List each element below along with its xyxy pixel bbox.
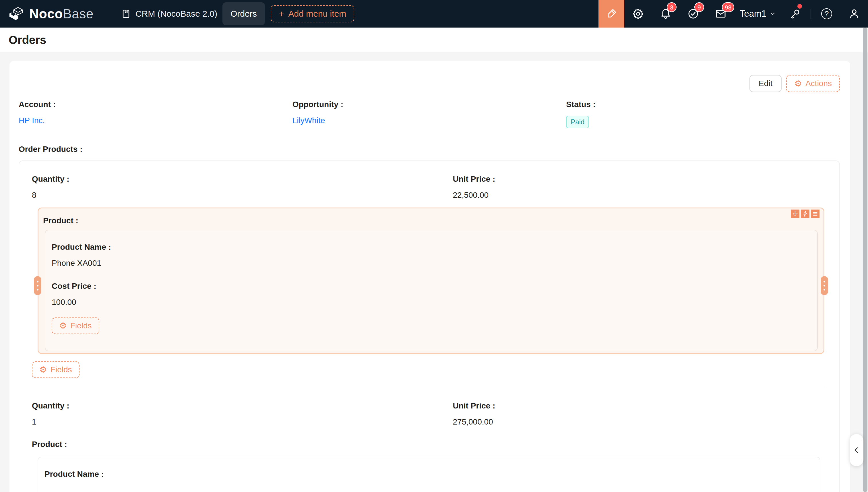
block-resize-handle-right[interactable] (821, 276, 828, 295)
fields-configure-button[interactable]: ⚙ Fields (52, 318, 99, 334)
field-label: Opportunity : (293, 100, 566, 109)
gear-icon (633, 8, 644, 20)
highlighter-icon (605, 8, 617, 20)
user-icon (848, 8, 860, 20)
order-item-row: Quantity : 8 Unit Price : 22,500.00 (32, 174, 826, 200)
quantity-field: Quantity : 8 (32, 174, 453, 200)
field-status: Status : Paid (566, 100, 840, 128)
block-settings-button[interactable] (811, 210, 819, 218)
field-label: Account : (19, 100, 293, 109)
vertical-scrollbar[interactable] (863, 28, 867, 492)
team-label: Team1 (740, 8, 766, 19)
fields-configure-button[interactable]: ⚙ Fields (32, 361, 79, 378)
product-block-selected[interactable]: Product : (38, 207, 824, 354)
nocobase-logo-icon (8, 6, 25, 21)
order-products-card: Quantity : 8 Unit Price : 22,500.00 Prod… (19, 161, 840, 492)
unit-price-value: 22,500.00 (453, 190, 826, 200)
status-badge: Paid (566, 116, 589, 128)
move-icon (792, 211, 798, 217)
quantity-field: Quantity : 1 (32, 401, 453, 427)
cost-price-value: 100.00 (52, 297, 817, 307)
field-opportunity: Opportunity : LilyWhite (293, 100, 566, 128)
page-header: Orders (0, 28, 868, 52)
gear-icon: ⚙ (794, 79, 802, 88)
page-bookmark-icon (121, 8, 131, 19)
card-actions: Edit ⚙ Actions (19, 75, 840, 92)
unit-price-field: Unit Price : 22,500.00 (453, 174, 826, 200)
block-events-button[interactable] (801, 210, 810, 218)
product-label: Product : (43, 216, 823, 226)
add-menu-item-button[interactable]: + Add menu item (271, 5, 354, 22)
actions-button[interactable]: ⚙ Actions (786, 75, 840, 92)
ui-editor-button[interactable] (598, 0, 624, 28)
gear-icon: ⚙ (59, 321, 67, 330)
quantity-value: 1 (32, 417, 453, 427)
collapse-panel-button[interactable] (850, 434, 863, 466)
page-content: Edit ⚙ Actions Account : HP Inc. Opportu… (0, 52, 868, 492)
navbar-divider (811, 9, 811, 19)
edit-button[interactable]: Edit (749, 75, 782, 92)
chevron-left-icon (852, 446, 861, 454)
navbar: NocoBase CRM (NocoBase 2.0) Orders + Add… (0, 0, 868, 28)
messages-badge: 98 (722, 2, 734, 12)
tasks-button[interactable]: 9 (679, 0, 707, 28)
logo-wordmark: NocoBase (29, 6, 94, 22)
field-label: Status : (566, 100, 840, 109)
plus-icon: + (279, 9, 284, 19)
tab-orders[interactable]: Orders (222, 2, 265, 25)
navbar-right: 3 9 98 Team1 (598, 0, 868, 28)
unit-price-field: Unit Price : 275,000.00 (453, 401, 826, 427)
order-products-label: Order Products : (19, 144, 840, 154)
workspace-label: CRM (NocoBase 2.0) (135, 9, 217, 19)
api-keys-button[interactable] (781, 0, 809, 28)
messages-button[interactable]: 98 (707, 0, 735, 28)
opportunity-link[interactable]: LilyWhite (293, 116, 325, 125)
question-circle-icon: ? (821, 8, 832, 19)
page-title: Orders (8, 33, 46, 47)
product-detail-card: Product Name : Phone XA001 Cost Price : … (45, 230, 818, 351)
user-button[interactable] (840, 0, 868, 28)
menu-icon (812, 211, 818, 217)
order-item-row: Quantity : 1 Unit Price : 275,000.00 (32, 401, 826, 427)
key-icon (789, 8, 801, 20)
tasks-badge: 9 (694, 2, 704, 12)
key-dot-badge (797, 4, 802, 8)
product-label: Product : (32, 440, 826, 449)
workspace-menu-item[interactable]: CRM (NocoBase 2.0) (121, 8, 217, 19)
drag-block-button[interactable] (791, 210, 799, 218)
navbar-left: NocoBase CRM (NocoBase 2.0) Orders + Add… (0, 0, 354, 28)
settings-button[interactable] (624, 0, 652, 28)
notifications-badge: 3 (667, 2, 676, 12)
account-link[interactable]: HP Inc. (19, 116, 45, 125)
quantity-value: 8 (32, 190, 453, 200)
chevron-down-icon (769, 10, 776, 17)
item-divider (32, 387, 826, 387)
product-detail-card: Product Name : (38, 457, 820, 492)
help-button[interactable]: ? (813, 0, 840, 28)
block-designer-actions (791, 210, 819, 218)
team-dropdown[interactable]: Team1 (735, 0, 781, 28)
record-fields-row: Account : HP Inc. Opportunity : LilyWhit… (19, 100, 840, 128)
product-name-value: Phone XA001 (52, 259, 817, 268)
order-detail-card: Edit ⚙ Actions Account : HP Inc. Opportu… (9, 61, 850, 492)
block-resize-handle-left[interactable] (34, 276, 41, 295)
lightning-icon (802, 211, 808, 217)
nocobase-logo[interactable]: NocoBase (8, 6, 94, 22)
field-account: Account : HP Inc. (19, 100, 293, 128)
notifications-button[interactable]: 3 (652, 0, 679, 28)
unit-price-value: 275,000.00 (453, 417, 826, 427)
gear-icon: ⚙ (39, 365, 47, 374)
